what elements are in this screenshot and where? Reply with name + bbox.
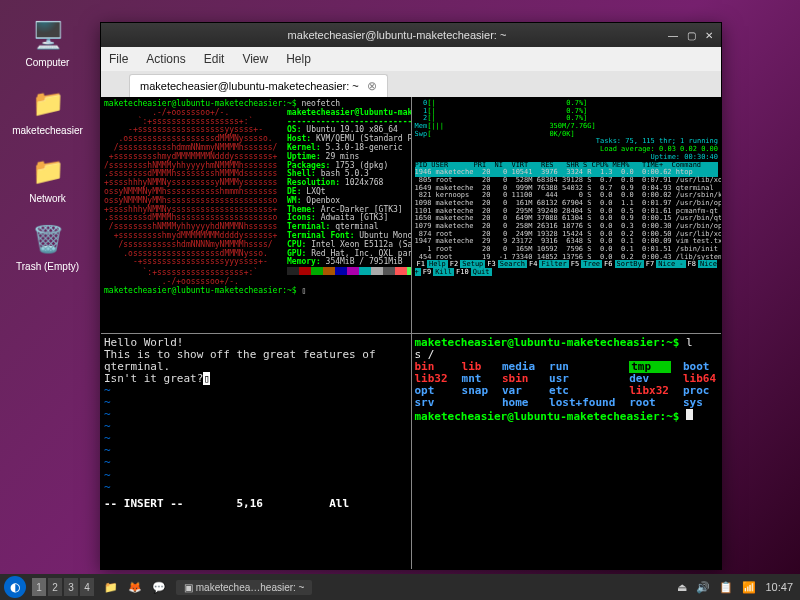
uptime: Uptime: 00:30:40 bbox=[651, 153, 718, 161]
vim-tilde: ~ bbox=[104, 445, 408, 457]
desktop-icon-trash[interactable]: 🗑️ Trash (Empty) bbox=[0, 222, 95, 272]
ls-entry: lib bbox=[462, 361, 490, 373]
prompt: maketecheasier@lubuntu-maketecheasier:~$ bbox=[415, 336, 680, 349]
system-tray: ⏏ 🔊 📋 📶 10:47 bbox=[674, 581, 796, 594]
ls-entry: sys bbox=[683, 397, 718, 409]
vim-tilde: ~ bbox=[104, 433, 408, 445]
ls-entry: media bbox=[502, 361, 537, 373]
clock[interactable]: 10:47 bbox=[765, 581, 793, 593]
icon-label: Network bbox=[0, 193, 95, 204]
titlebar[interactable]: maketecheasier@lubuntu-maketecheasier: ~… bbox=[101, 23, 721, 47]
ls-entry: run bbox=[549, 361, 617, 373]
vim-tilde: ~ bbox=[104, 385, 408, 397]
minimize-button[interactable]: — bbox=[667, 29, 679, 41]
menu-help[interactable]: Help bbox=[286, 52, 311, 66]
terminal-panes: maketecheasier@lubuntu-maketecheasier:~$… bbox=[101, 97, 721, 569]
taskbar-entry[interactable]: ▣ maketechea…heasier: ~ bbox=[176, 580, 312, 595]
menu-view[interactable]: View bbox=[242, 52, 268, 66]
vim-line: This is to show off the great features o… bbox=[104, 349, 408, 373]
workspace-1[interactable]: 1 bbox=[32, 578, 46, 596]
volume-icon[interactable]: 🔊 bbox=[696, 581, 710, 593]
vim-tilde: ~ bbox=[104, 409, 408, 421]
vim-mode: -- INSERT -- bbox=[104, 497, 183, 510]
vim-tilde: ~ bbox=[104, 397, 408, 409]
taskbar: ◐ 1 2 3 4 📁 🦊 💬 ▣ maketechea…heasier: ~ … bbox=[0, 574, 800, 600]
workspace-2[interactable]: 2 bbox=[48, 578, 62, 596]
maximize-button[interactable]: ▢ bbox=[685, 29, 697, 41]
vim-statusline: -- INSERT -- 5,16 All bbox=[104, 498, 408, 510]
ls-entry bbox=[462, 397, 490, 409]
vim-pos: 5,16 bbox=[236, 497, 263, 510]
vim-tilde: ~ bbox=[104, 457, 408, 469]
ls-entry: home bbox=[502, 397, 537, 409]
pane-vim[interactable]: Hello World!This is to show off the grea… bbox=[101, 334, 411, 570]
ls-output: binlibmediaruntmpbootlib32mntsbinusrdevl… bbox=[415, 361, 719, 409]
desktop-icon-folder[interactable]: 📁 maketecheasier bbox=[0, 86, 95, 136]
menu-edit[interactable]: Edit bbox=[204, 52, 225, 66]
ls-entry: tmp bbox=[629, 361, 671, 373]
ls-entry: boot bbox=[683, 361, 718, 373]
desktop-icon-computer[interactable]: 🖥️ Computer bbox=[0, 18, 95, 68]
color-palette bbox=[287, 268, 410, 277]
ls-entry: bin bbox=[415, 361, 450, 373]
vim-tilde: ~ bbox=[104, 421, 408, 433]
menu-file[interactable]: File bbox=[109, 52, 128, 66]
cursor bbox=[686, 409, 693, 420]
network-tray-icon[interactable]: 📶 bbox=[742, 581, 756, 593]
icon-label: Trash (Empty) bbox=[0, 261, 95, 272]
pane-htop[interactable]: 0[| 0.7%] 1[| 0.7%] 2[| 0.7%] Mem[||| 35… bbox=[412, 97, 722, 333]
swp-value: 0K/0K bbox=[549, 130, 570, 138]
tab-label: maketecheasier@lubuntu-maketecheasier: ~ bbox=[140, 80, 359, 92]
workspace-4[interactable]: 4 bbox=[80, 578, 94, 596]
vim-tilde: ~ bbox=[104, 470, 408, 482]
vim-line: Hello World! bbox=[104, 337, 408, 349]
app-menu-button[interactable]: ◐ bbox=[4, 576, 26, 598]
computer-icon: 🖥️ bbox=[31, 18, 65, 52]
workspace-3[interactable]: 3 bbox=[64, 578, 78, 596]
htop-footer: F1HelpF2SetupF3SearchF4FilterF5TreeF6Sor… bbox=[415, 261, 719, 276]
menubar: File Actions Edit View Help bbox=[101, 47, 721, 71]
desktop: 🖥️ Computer 📁 maketecheasier 📁 Network 🗑… bbox=[0, 0, 95, 290]
window-title: maketecheasier@lubuntu-maketecheasier: ~ bbox=[127, 29, 667, 41]
tabbar: maketecheasier@lubuntu-maketecheasier: ~… bbox=[101, 71, 721, 97]
prompt: maketecheasier@lubuntu-maketecheasier:~$ bbox=[415, 410, 680, 423]
removable-media-icon[interactable]: ⏏ bbox=[677, 581, 687, 593]
pane-neofetch[interactable]: maketecheasier@lubuntu-maketecheasier:~$… bbox=[101, 97, 411, 333]
chat-launcher[interactable]: 💬 bbox=[148, 576, 170, 598]
network-icon: 📁 bbox=[31, 154, 65, 188]
ls-entry: root bbox=[629, 397, 671, 409]
menu-actions[interactable]: Actions bbox=[146, 52, 185, 66]
terminal-tab[interactable]: maketecheasier@lubuntu-maketecheasier: ~… bbox=[129, 74, 388, 97]
task-label: maketechea…heasier: ~ bbox=[196, 582, 305, 593]
clipboard-icon[interactable]: 📋 bbox=[719, 581, 733, 593]
icon-label: Computer bbox=[0, 57, 95, 68]
close-button[interactable]: ✕ bbox=[703, 29, 715, 41]
icon-label: maketecheasier bbox=[0, 125, 95, 136]
vim-pct: All bbox=[329, 497, 349, 510]
desktop-icon-network[interactable]: 📁 Network bbox=[0, 154, 95, 204]
ls-entry: snap bbox=[462, 385, 490, 397]
trash-icon: 🗑️ bbox=[31, 222, 65, 256]
prompt: maketecheasier@lubuntu-maketecheasier:~$ bbox=[104, 286, 297, 295]
tab-close-icon[interactable]: ⊗ bbox=[367, 79, 377, 93]
neofetch-command: neofetch bbox=[301, 99, 340, 108]
pane-ls[interactable]: maketecheasier@lubuntu-maketecheasier:~$… bbox=[412, 334, 722, 570]
vim-line: Isn't it great?▯ bbox=[104, 373, 408, 385]
ls-entry: lost+found bbox=[549, 397, 617, 409]
prompt: maketecheasier@lubuntu-maketecheasier:~$ bbox=[104, 99, 297, 108]
terminal-window: maketecheasier@lubuntu-maketecheasier: ~… bbox=[100, 22, 722, 570]
folder-icon: 📁 bbox=[31, 86, 65, 120]
workspace-switcher: 1 2 3 4 bbox=[32, 578, 94, 596]
ls-entry: srv bbox=[415, 397, 450, 409]
vim-tilde: ~ bbox=[104, 482, 408, 494]
firefox-launcher[interactable]: 🦊 bbox=[124, 576, 146, 598]
file-manager-launcher[interactable]: 📁 bbox=[100, 576, 122, 598]
